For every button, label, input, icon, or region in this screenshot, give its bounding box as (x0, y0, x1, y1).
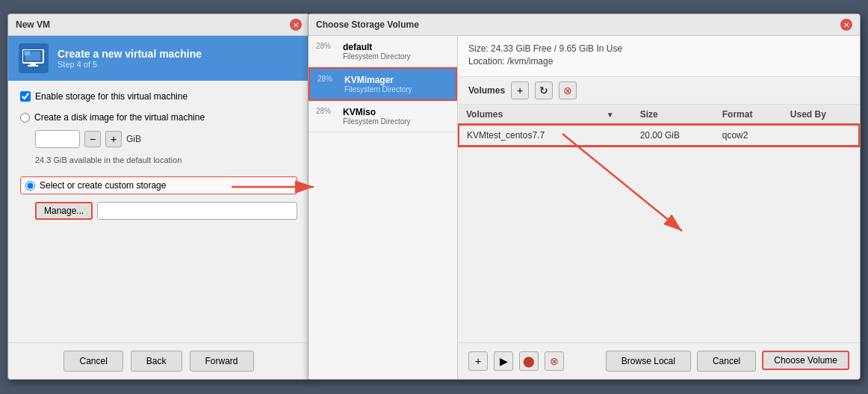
storage-footer: + ▶ ⬤ ⊗ Browse Local Cancel Choose Volum… (458, 342, 860, 379)
volumes-table: Volumes ▼ Size Format Used By KVMtest_ce… (458, 105, 860, 224)
storage-location-row: Location: /kvm/image (468, 56, 849, 67)
new-vm-header: Create a new virtual machine Step 4 of 5 (8, 36, 309, 81)
custom-storage-row: Select or create custom storage (20, 176, 297, 194)
volumes-label: Volumes (468, 85, 505, 96)
pool-type-kvmimager: Filesystem Directory (344, 85, 412, 93)
cancel-button[interactable]: Cancel (63, 351, 123, 372)
storage-cancel-button[interactable]: Cancel (697, 351, 756, 372)
col-format: Format (715, 105, 783, 125)
storage-titlebar: Choose Storage Volume ✕ (309, 14, 860, 36)
disk-size-input[interactable]: 10.0 (35, 130, 80, 148)
enable-storage-row: Enable storage for this virtual machine (20, 91, 297, 102)
browse-local-button[interactable]: Browse Local (606, 351, 691, 372)
pool-type-kvmiso: Filesystem Directory (343, 117, 411, 126)
col-volumes: Volumes (459, 105, 599, 125)
pool-name-kvmimager: KVMimager (344, 75, 412, 85)
storage-location-value: /kvm/image (507, 56, 553, 67)
volume-row[interactable]: KVMtest_centos7.7 20.00 GiB qcow2 (459, 125, 859, 146)
stop-pool-button[interactable]: ⬤ (519, 351, 539, 371)
dialog-body: Enable storage for this virtual machine … (8, 81, 309, 342)
vol-name: KVMtest_centos7.7 (459, 125, 599, 146)
desktop: New VM ✕ Create a new virtual machine St… (0, 0, 868, 394)
storage-size-row: Size: 24.33 GiB Free / 9.65 GiB In Use (468, 43, 849, 54)
col-usedby: Used By (783, 105, 859, 125)
pool-type-default: Filesystem Directory (343, 52, 411, 61)
volumes-data-table: Volumes ▼ Size Format Used By KVMtest_ce… (458, 105, 860, 147)
vol-sort-cell (599, 125, 633, 146)
forward-button[interactable]: Forward (190, 351, 254, 372)
new-vm-titlebar: New VM ✕ (8, 14, 309, 36)
size-decrease-button[interactable]: − (84, 131, 101, 147)
vol-usedby (783, 125, 859, 146)
refresh-volume-button[interactable]: ↻ (535, 81, 553, 99)
enable-storage-checkbox[interactable] (20, 91, 31, 102)
storage-title: Choose Storage Volume (316, 19, 419, 30)
custom-storage-label: Select or create custom storage (40, 180, 166, 191)
svg-rect-4 (24, 51, 30, 55)
pool-item-default[interactable]: 28% default Filesystem Directory (309, 36, 457, 67)
manage-button[interactable]: Manage... (35, 202, 93, 220)
vol-format: qcow2 (715, 125, 783, 146)
pool-pct-default: 28% (316, 42, 337, 50)
play-pool-button[interactable]: ▶ (494, 351, 513, 371)
delete-pool-button[interactable]: ⊗ (545, 351, 564, 371)
storage-footer-left: + ▶ ⬤ ⊗ (468, 351, 564, 371)
pool-item-kvmimager[interactable]: 28% KVMimager Filesystem Directory (309, 67, 457, 101)
manage-path-input[interactable] (97, 202, 297, 220)
dialog-main-title: Create a new virtual machine (58, 48, 202, 60)
add-volume-button[interactable]: + (511, 81, 529, 99)
enable-storage-label: Enable storage for this virtual machine (35, 91, 187, 102)
new-vm-title: New VM (16, 19, 50, 30)
vm-icon (19, 43, 49, 73)
custom-storage-radio[interactable] (25, 181, 35, 191)
create-disk-row: Create a disk image for the virtual mach… (20, 112, 297, 123)
dialog-step: Step 4 of 5 (58, 60, 202, 69)
new-vm-dialog: New VM ✕ Create a new virtual machine St… (7, 13, 310, 380)
create-disk-radio[interactable] (20, 113, 30, 123)
disk-size-row: 10.0 − + GiB (35, 130, 297, 148)
size-label-static: Size: (468, 43, 491, 54)
dialog-header-text: Create a new virtual machine Step 4 of 5 (58, 48, 202, 69)
details-panel: Size: 24.33 GiB Free / 9.65 GiB In Use L… (458, 36, 860, 379)
pool-item-kvmiso[interactable]: 28% KVMiso Filesystem Directory (309, 101, 457, 132)
add-pool-button[interactable]: + (468, 351, 488, 371)
size-unit: GiB (126, 134, 141, 144)
available-text: 24.3 GiB available in the default locati… (35, 156, 297, 164)
dialog-footer: Cancel Back Forward (8, 342, 309, 379)
pool-pct-kvmimager: 28% (317, 75, 338, 83)
col-sort: ▼ (599, 105, 633, 125)
pools-panel: 28% default Filesystem Directory 28% KVM… (309, 36, 458, 379)
storage-info: Size: 24.33 GiB Free / 9.65 GiB In Use L… (458, 36, 860, 77)
new-vm-close-button[interactable]: ✕ (290, 19, 302, 31)
manage-row: Manage... (35, 202, 297, 220)
pool-name-default: default (343, 42, 411, 52)
choose-volume-button[interactable]: Choose Volume (762, 351, 849, 370)
pool-info-kvmimager: KVMimager Filesystem Directory (344, 75, 412, 93)
pool-pct-kvmiso: 28% (316, 107, 337, 115)
volumes-toolbar: Volumes + ↻ ⊗ (458, 77, 860, 105)
storage-size-value: 24.33 GiB Free / 9.65 GiB In Use (491, 43, 622, 54)
storage-footer-right: Browse Local Cancel Choose Volume (606, 351, 849, 372)
svg-rect-2 (30, 63, 36, 65)
create-disk-label: Create a disk image for the virtual mach… (34, 112, 205, 123)
back-button[interactable]: Back (131, 351, 182, 372)
storage-body: 28% default Filesystem Directory 28% KVM… (309, 36, 860, 379)
delete-volume-button[interactable]: ⊗ (559, 81, 577, 99)
pool-info-default: default Filesystem Directory (343, 42, 411, 61)
location-label-static: Location: (468, 56, 507, 67)
pool-info-kvmiso: KVMiso Filesystem Directory (343, 107, 411, 126)
storage-dialog: Choose Storage Volume ✕ 28% default File… (308, 13, 861, 380)
pool-name-kvmiso: KVMiso (343, 107, 411, 117)
col-size: Size (633, 105, 715, 125)
vol-size: 20.00 GiB (633, 125, 715, 146)
storage-close-button[interactable]: ✕ (840, 19, 852, 31)
size-increase-button[interactable]: + (105, 131, 122, 147)
svg-rect-3 (28, 65, 38, 67)
